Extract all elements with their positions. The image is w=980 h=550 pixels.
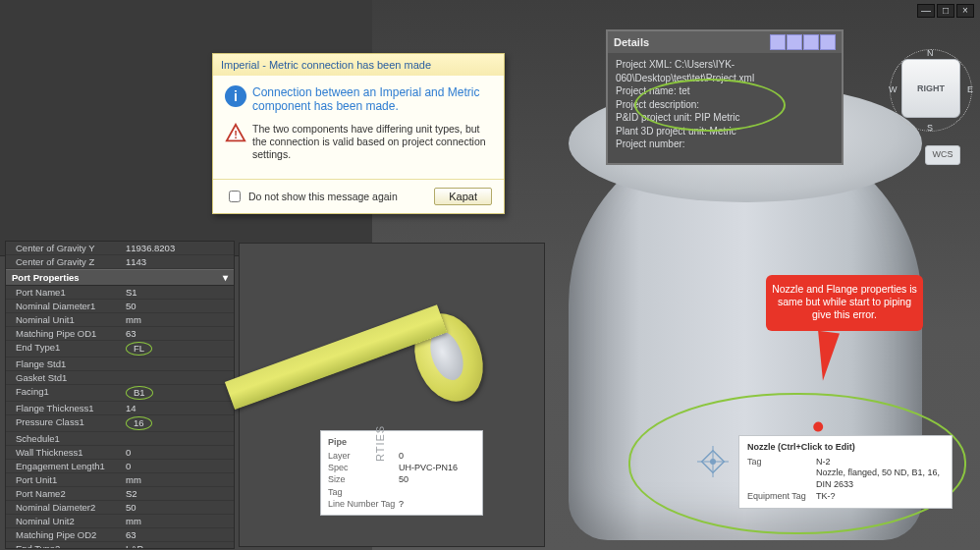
props-row[interactable]: Pressure Class116 <box>6 415 234 432</box>
dialog-close-button[interactable]: Kapat <box>434 188 492 205</box>
props-row[interactable]: Gasket Std1 <box>6 371 234 385</box>
window-min[interactable]: — <box>917 4 935 18</box>
compass-n[interactable]: N <box>927 48 934 58</box>
svg-text:!: ! <box>234 129 238 140</box>
details-title: Details <box>614 36 649 48</box>
nozzle-glyph-icon <box>695 444 731 479</box>
details-panel: Details Project XML: C:\Users\IYK-060\De… <box>606 29 844 165</box>
details-xml: Project XML: C:\Users\IYK-060\Desktop\te… <box>616 58 834 84</box>
props-row[interactable]: Engagement Length10 <box>6 460 234 473</box>
dialog-dont-show[interactable]: Do not show this message again <box>225 188 398 205</box>
details-icon-2[interactable] <box>787 34 802 50</box>
props-row[interactable]: Nominal Diameter150 <box>6 300 234 313</box>
tooltip-row: Line Number Tag? <box>328 498 475 510</box>
details-icon-3[interactable] <box>803 34 819 50</box>
tooltip-row: Layer0 <box>328 450 475 462</box>
props-row[interactable]: Nominal Unit1mm <box>6 313 234 327</box>
unit-connection-dialog: Imperial - Metric connection has been ma… <box>212 53 505 214</box>
tooltip-row: TagN-2 <box>747 457 944 468</box>
tooltip-row: Size50 <box>328 473 475 485</box>
props-row[interactable]: Schedule1 <box>6 432 234 446</box>
props-row[interactable]: Matching Pipe OD263 <box>6 528 234 542</box>
props-row[interactable]: Wall Thickness10 <box>6 446 234 460</box>
details-icon-4[interactable] <box>820 34 836 50</box>
pipe-tooltip-title: Pipe <box>328 436 475 448</box>
dont-show-checkbox[interactable] <box>229 191 241 202</box>
details-desc: Project description: <box>616 98 834 112</box>
secondary-viewport[interactable]: Pipe Layer0SpecUH-PVC-PN16Size50TagLine … <box>239 243 545 547</box>
props-row[interactable]: Nominal Unit2mm <box>6 515 234 528</box>
props-row[interactable]: End Type1FL <box>6 341 234 358</box>
props-row[interactable]: Port Name2S2 <box>6 487 234 501</box>
props-row[interactable]: Flange Thickness114 <box>6 402 234 415</box>
info-icon: i <box>225 85 246 107</box>
details-unit: Plant 3D project unit: Metric <box>616 125 834 138</box>
tooltip-row: Nozzle, flanged, 50 ND, B1, 16, DIN 2633 <box>747 468 944 490</box>
props-row[interactable]: Port Unit1mm <box>6 473 234 487</box>
tooltip-row: Equipment TagTK-? <box>747 491 944 503</box>
tooltip-row: SpecUH-PVC-PN16 <box>328 462 475 473</box>
properties-palette[interactable]: Center of Gravity Y11936.8203Center of G… <box>5 241 235 549</box>
window-close[interactable]: × <box>956 4 974 18</box>
annotation-callout: Nozzle and Flange properties is same but… <box>766 275 923 331</box>
pipe-tooltip: Pipe Layer0SpecUH-PVC-PN16Size50TagLine … <box>320 430 483 516</box>
props-row[interactable]: Nominal Diameter250 <box>6 501 234 515</box>
nozzle-tooltip: Nozzle (Ctrl+Click to Edit) TagN-2Nozzle… <box>738 435 953 509</box>
viewcube[interactable]: RIGHT <box>901 59 960 118</box>
dialog-title: Imperial - Metric connection has been ma… <box>213 54 504 76</box>
dialog-text: The two components have differing unit t… <box>252 123 492 161</box>
dialog-heading: Connection between an Imperial and Metri… <box>252 85 492 113</box>
properties-side-label: RTIES <box>374 425 386 462</box>
compass-w[interactable]: W <box>889 84 898 94</box>
props-section-title: Port Properties <box>12 272 80 283</box>
chevron-down-icon[interactable]: ▾ <box>223 272 228 283</box>
wcs-label[interactable]: WCS <box>925 145 960 165</box>
props-row[interactable]: Flange Std1 <box>6 358 234 371</box>
pipe-model <box>225 304 447 410</box>
window-max[interactable]: □ <box>937 4 954 18</box>
props-row[interactable]: Matching Pipe OD163 <box>6 327 234 341</box>
details-pid: P&ID project unit: PIP Metric <box>616 111 834 125</box>
props-row[interactable]: Facing1B1 <box>6 385 234 402</box>
details-icon-1[interactable] <box>770 34 786 50</box>
nozzle-tooltip-title: Nozzle (Ctrl+Click to Edit) <box>747 442 944 454</box>
props-row[interactable]: End Type2LAP <box>6 542 234 549</box>
props-row[interactable]: Port Name1S1 <box>6 286 234 300</box>
details-name: Project name: tet <box>616 84 834 98</box>
details-num: Project number: <box>616 138 834 151</box>
compass-e[interactable]: E <box>967 84 973 94</box>
props-row[interactable]: Center of Gravity Z1143 <box>6 255 234 269</box>
tooltip-row: Tag <box>328 486 475 498</box>
compass-s[interactable]: S <box>927 123 933 133</box>
props-row[interactable]: Center of Gravity Y11936.8203 <box>6 242 234 255</box>
warning-icon: ! <box>225 123 252 144</box>
